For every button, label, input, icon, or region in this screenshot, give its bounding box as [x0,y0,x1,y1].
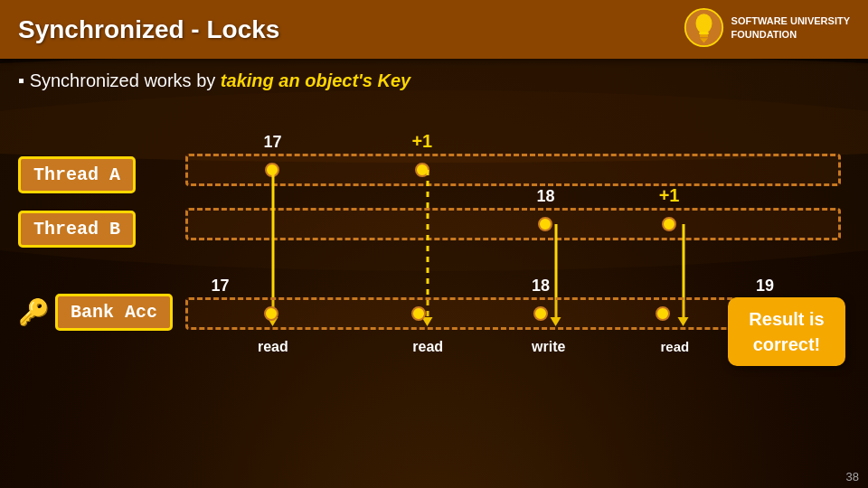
action-read2: read [412,339,443,355]
logo-text: SOFTWARE UNIVERSITY FOUNDATION [731,14,850,41]
bank-dot4 [656,306,670,321]
result-line2: correct! [744,332,829,357]
thread-a-plus: +1 [411,131,432,152]
bank-acc-text: Bank Acc [55,294,173,331]
bank-val1: 17 [211,277,229,296]
subtitle: ▪ Synchronized works by taking an object… [18,70,410,91]
svg-rect-3 [700,35,708,38]
key-icon: 🔑 [18,297,50,327]
thread-b-dot2 [662,217,676,231]
result-line1: Result is [744,306,829,332]
header: Synchronized - Locks SOFTWARE UNIVERSITY… [0,0,868,59]
bank-dot3 [533,306,548,321]
subtitle-prefix: ▪ Synchronized works by [18,70,221,90]
logo-icon [684,7,724,48]
thread-b-plus: +1 [659,185,680,206]
track-b: 18 +1 [185,208,841,240]
svg-point-1 [695,14,712,33]
result-box: Result is correct! [728,297,845,366]
thread-a-val: 17 [263,133,281,152]
thread-b-dot1 [538,217,552,231]
bank-val3: 19 [756,277,774,296]
svg-rect-2 [699,32,709,35]
thread-a-label: Thread A [18,156,136,193]
track-a: 17 +1 [185,154,841,186]
main-content: Thread A Thread B 17 +1 18 +1 🔑 [18,113,850,470]
bank-dot1 [264,306,278,321]
bank-val2: 18 [532,277,550,296]
action-write1: write [532,339,565,355]
bank-acc-label-group: 🔑 Bank Acc [18,294,173,331]
thread-b-val: 18 [536,187,554,206]
action-read1: read [258,339,288,355]
action-read3: read [660,339,689,354]
page-title: Synchronized - Locks [18,15,279,44]
bank-dot2 [411,306,426,321]
logo-area: SOFTWARE UNIVERSITY FOUNDATION [684,7,850,48]
thread-b-label: Thread B [18,211,136,248]
subtitle-highlight: taking an object's Key [221,70,410,90]
page-number: 38 [846,470,859,483]
